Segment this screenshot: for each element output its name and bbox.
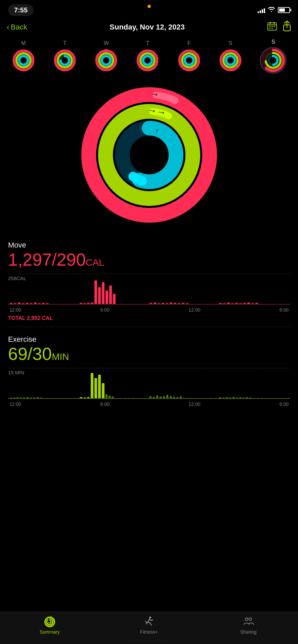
move-chart-x-labels: 12:00 6:00 12:00 6:00 <box>8 307 290 313</box>
svg-point-70 <box>149 616 151 619</box>
move-chart-baseline <box>8 304 290 305</box>
tab-sharing-label: Sharing <box>240 629 256 635</box>
svg-point-47 <box>260 48 286 73</box>
back-button[interactable]: ‹ Back <box>7 22 27 32</box>
sharing-icon <box>242 616 254 628</box>
day-label-m: M <box>21 40 26 46</box>
move-stats-section: Move 1,297/290CAL 258CAL <box>0 235 298 324</box>
day-sunday-today[interactable]: S <box>260 39 287 74</box>
exercise-chart-x-labels: 12:00 6:00 12:00 6:00 <box>8 401 290 407</box>
battery-icon <box>278 7 290 13</box>
svg-point-15 <box>19 56 28 65</box>
move-unit: CAL <box>86 257 104 268</box>
move-number: 1,297/290 <box>8 250 86 269</box>
share-icon[interactable] <box>283 21 291 34</box>
svg-point-28 <box>104 49 108 52</box>
runner-icon <box>143 616 155 628</box>
move-chart-total: TOTAL 2,992 CAL <box>8 315 290 321</box>
status-icons <box>258 6 290 14</box>
svg-point-69 <box>48 621 51 623</box>
main-ring-wrapper: → →→ ↑ <box>75 81 223 229</box>
svg-point-40 <box>185 56 194 65</box>
day-ring-s1 <box>218 48 243 72</box>
status-time: 7:55 <box>8 4 34 16</box>
day-label-w: W <box>104 40 109 46</box>
move-value: 1,297/290CAL <box>8 251 290 268</box>
header-title: Sunday, Nov 12, 2023 <box>110 23 184 32</box>
move-chart: 258CAL <box>8 274 290 314</box>
day-tuesday[interactable]: T <box>53 40 77 72</box>
exercise-stats-section: Exercise 69/30MIN 15 MIN <box>0 330 298 412</box>
day-saturday[interactable]: S <box>218 40 243 72</box>
day-wednesday[interactable]: W <box>94 40 118 72</box>
day-friday[interactable]: F <box>177 40 201 72</box>
tab-sharing[interactable]: Sharing <box>231 616 265 635</box>
day-ring-w <box>94 48 118 72</box>
battery-fill <box>279 8 285 12</box>
day-ring-t2 <box>135 48 160 72</box>
exercise-chart-baseline <box>8 398 290 399</box>
wifi-icon <box>268 6 275 14</box>
tab-fitness-plus[interactable]: Fitness+ <box>132 616 166 635</box>
day-ring-m <box>11 48 36 72</box>
section-divider-1 <box>8 327 290 327</box>
day-monday[interactable]: M <box>11 40 36 72</box>
tab-summary-label: Summary <box>40 629 60 635</box>
move-label: Move <box>8 241 290 250</box>
header-actions <box>267 21 291 34</box>
svg-rect-5 <box>271 26 273 27</box>
back-label[interactable]: Back <box>11 23 27 32</box>
day-label-t1: T <box>63 40 67 46</box>
exercise-value: 69/30MIN <box>8 345 290 363</box>
day-ring-t1 <box>53 48 77 72</box>
day-label-s2: S <box>271 39 275 45</box>
move-chart-bars <box>8 277 290 304</box>
svg-point-71 <box>245 618 248 621</box>
svg-point-27 <box>102 56 111 65</box>
svg-point-72 <box>249 618 252 621</box>
summary-icon <box>44 616 56 628</box>
exercise-chart-bars <box>8 371 290 398</box>
tab-bar: Summary Fitness+ Sharing <box>0 611 298 644</box>
day-label-f: F <box>187 40 191 46</box>
svg-point-34 <box>143 56 152 65</box>
exercise-chart: 15 MIN <box>8 368 290 408</box>
day-ring-s2-today <box>260 47 287 74</box>
day-label-t2: T <box>146 40 150 46</box>
exercise-number: 69/30 <box>8 344 52 364</box>
exercise-label: Exercise <box>8 335 290 344</box>
exercise-unit: MIN <box>52 352 69 362</box>
day-thursday[interactable]: T <box>135 40 160 72</box>
tab-summary[interactable]: Summary <box>33 616 67 635</box>
svg-point-68 <box>47 619 53 625</box>
calendar-icon[interactable] <box>267 21 277 33</box>
status-bar: 7:55 <box>0 0 298 18</box>
svg-text:→: → <box>149 89 160 100</box>
svg-rect-8 <box>271 28 273 29</box>
signal-icon <box>258 7 265 13</box>
back-chevron-icon: ‹ <box>7 22 9 32</box>
day-label-s1: S <box>229 40 232 46</box>
main-activity-ring: → →→ ↑ <box>0 78 298 235</box>
tab-fitness-label: Fitness+ <box>140 629 158 635</box>
day-ring-f <box>177 48 201 72</box>
week-strip: M T <box>0 38 298 78</box>
svg-point-46 <box>226 56 235 65</box>
svg-rect-4 <box>269 26 270 27</box>
navigation-header: ‹ Back Sunday, Nov 12, 2023 <box>0 18 298 38</box>
svg-rect-7 <box>269 28 270 29</box>
notification-dot <box>147 5 151 8</box>
svg-rect-6 <box>274 26 275 27</box>
